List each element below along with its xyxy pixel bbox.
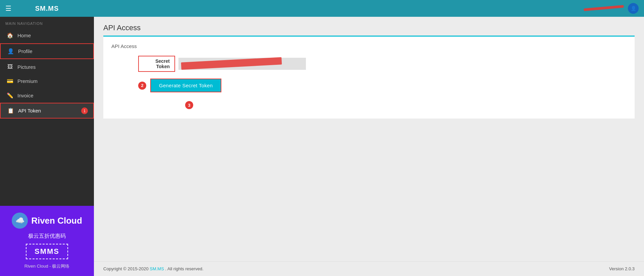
home-icon: 🏠 (7, 32, 13, 39)
sidebar-item-label-profile: Profile (18, 48, 33, 54)
promo-subtitle: 极云五折优惠码 (28, 233, 66, 240)
sidebar-item-pictures[interactable]: 🖼 Pictures (0, 60, 94, 74)
premium-icon: 💳 (7, 78, 13, 84)
sidebar-item-premium[interactable]: 💳 Premium (0, 74, 94, 88)
footer-brand-link[interactable]: SM.MS (150, 266, 164, 271)
promo-icon: ☁️ (12, 213, 28, 229)
content-area: API Access API Access Secret Token 2 Gen… (94, 17, 644, 276)
card-title: API Access (111, 43, 627, 49)
badge-2: 2 (138, 82, 146, 90)
profile-icon: 👤 (7, 48, 14, 54)
secret-token-row: Secret Token (111, 56, 627, 72)
promo-code[interactable]: SMMS (26, 244, 68, 259)
badge-3-wrapper: 3 (138, 96, 193, 109)
sidebar-item-home[interactable]: 🏠 Home (0, 28, 94, 43)
sidebar-item-label-invoice: Invoice (17, 93, 34, 98)
sidebar-item-label-premium: Premium (17, 78, 38, 84)
promo-footer: Riven Cloud - 极云网络 (24, 263, 69, 269)
generate-secret-token-button[interactable]: Generate Secret Token (150, 79, 221, 92)
api-token-icon: 📋 (7, 107, 14, 114)
promo-header: ☁️ Riven Cloud (12, 213, 82, 229)
sidebar-item-label-pictures: Pictures (17, 64, 36, 70)
invoice-icon: ✏️ (7, 92, 13, 99)
api-access-card: API Access Secret Token 2 Generate Secre… (103, 36, 635, 119)
btn-inner-row: 2 Generate Secret Token (138, 79, 221, 92)
api-token-badge: 1 (81, 107, 88, 114)
footer-copyright: Copyright © 2015-2020 SM.MS . All rights… (103, 266, 204, 271)
user-avatar[interactable]: 👤 (628, 3, 639, 14)
secret-token-label: Secret Token (138, 56, 175, 72)
promo-banner: ☁️ Riven Cloud 极云五折优惠码 SMMS Riven Cloud … (0, 206, 94, 276)
sidebar-item-label-home: Home (17, 33, 31, 38)
footer: Copyright © 2015-2020 SM.MS . All rights… (94, 261, 644, 276)
top-header: ☰ SM.MS 👤 (0, 0, 644, 17)
sidebar-item-api-token[interactable]: 📋 API Token 1 (0, 103, 94, 119)
footer-version: Version 2.0.3 (609, 266, 635, 271)
badge-3: 3 (185, 101, 193, 109)
promo-title: Riven Cloud (31, 216, 82, 226)
sidebar-item-invoice[interactable]: ✏️ Invoice (0, 88, 94, 103)
site-logo: SM.MS (35, 5, 59, 12)
user-area: 👤 (628, 3, 639, 14)
hamburger-icon[interactable]: ☰ (5, 4, 11, 12)
sidebar-item-label-api-token: API Token (18, 108, 41, 113)
footer-copyright-text: Copyright © 2015-2020 (103, 266, 150, 271)
page-title-bar: API Access (94, 17, 644, 36)
token-input-wrapper (178, 58, 306, 70)
sidebar: MAIN NAVIGATION 🏠 Home 👤 Profile 🖼 Pictu… (0, 17, 94, 276)
footer-rights-text: . All rights reserved. (165, 266, 203, 271)
btn-area-wrapper: 2 Generate Secret Token 3 (111, 79, 627, 109)
nav-label: MAIN NAVIGATION (0, 17, 94, 28)
pictures-icon: 🖼 (7, 64, 13, 70)
sidebar-item-profile[interactable]: 👤 Profile (0, 43, 94, 59)
page-title: API Access (103, 24, 635, 32)
